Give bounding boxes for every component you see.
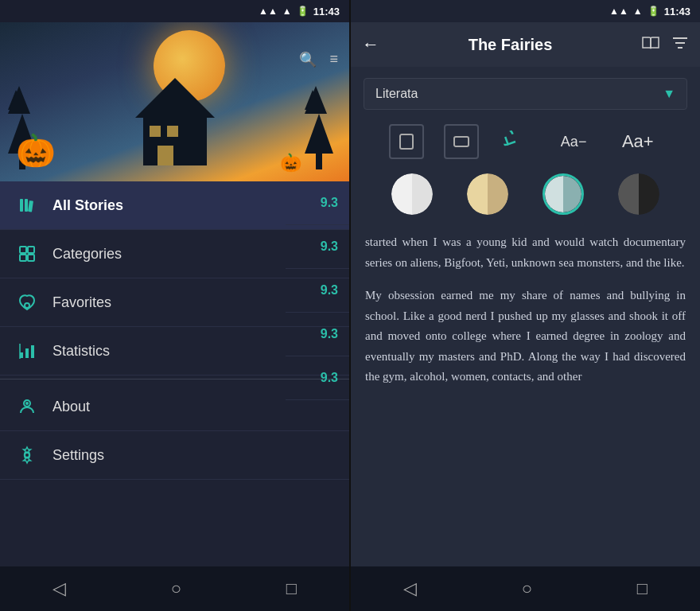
theme-dark-button[interactable] [618, 173, 659, 215]
svg-rect-18 [400, 134, 413, 149]
right-wifi-icon: ▲ [633, 6, 643, 17]
svg-rect-0 [20, 199, 23, 212]
menu-icon[interactable]: ≡ [329, 51, 338, 68]
portrait-mode-button[interactable] [389, 124, 424, 159]
theme-sepia-button[interactable] [467, 173, 508, 215]
header-image: 🎃 🎃 🔍 ≡ [0, 22, 349, 181]
svg-rect-2 [28, 200, 33, 212]
scores-list: 9.3 9.3 9.3 9.3 9.3 [286, 181, 349, 400]
svg-rect-19 [454, 137, 469, 146]
svg-rect-5 [20, 255, 26, 261]
statistics-icon [16, 340, 38, 362]
svg-rect-9 [25, 348, 29, 358]
right-signal-icon: ▲▲ [609, 6, 628, 17]
battery-icon: 🔋 [297, 6, 309, 17]
search-icon[interactable]: 🔍 [299, 51, 317, 68]
font-name-label: Literata [375, 87, 418, 101]
right-back-button[interactable]: ◁ [379, 570, 441, 607]
header-actions [641, 35, 689, 55]
settings-label: Settings [52, 447, 104, 464]
right-recents-button[interactable]: □ [613, 570, 671, 607]
signal-icon: ▲▲ [259, 6, 278, 17]
right-status-bar: ▲▲ ▲ 🔋 11:43 [351, 0, 700, 22]
score-1: 9.3 [286, 181, 349, 225]
home-button[interactable]: ○ [147, 570, 205, 607]
text-paragraph-2: My obsession earned me my share of names… [365, 286, 686, 387]
favorites-label: Favorites [52, 294, 111, 311]
svg-rect-10 [31, 345, 34, 358]
right-header: ← The Fairies [351, 22, 700, 67]
all-stories-label: All Stories [52, 197, 123, 214]
recents-button[interactable]: □ [262, 570, 321, 607]
left-bottom-nav: ◁ ○ □ [0, 566, 349, 611]
filter-icon[interactable] [671, 35, 689, 55]
favorites-icon [16, 291, 38, 313]
reading-options: Aa− Aa+ [364, 116, 687, 167]
about-label: About [52, 399, 90, 415]
book-open-icon[interactable] [641, 35, 660, 55]
score-3: 9.3 [286, 269, 349, 313]
book-title: The Fairies [389, 36, 632, 54]
svg-point-7 [25, 303, 29, 308]
svg-rect-3 [20, 247, 26, 253]
font-decrease-button[interactable]: Aa− [553, 129, 595, 155]
wifi-icon: ▲ [282, 6, 292, 17]
about-icon [16, 395, 38, 418]
left-panel: ▲▲ ▲ 🔋 11:43 [0, 0, 349, 611]
rotate-icon[interactable] [493, 119, 538, 164]
back-button[interactable]: ◁ [29, 570, 90, 607]
svg-rect-4 [28, 247, 34, 253]
font-selector[interactable]: Literata ▼ [364, 78, 687, 110]
back-arrow-button[interactable]: ← [362, 34, 379, 55]
categories-icon [16, 243, 38, 265]
score-5: 9.3 [286, 356, 349, 400]
right-battery-icon: 🔋 [648, 6, 659, 17]
pumpkin2-decoration: 🎃 [280, 153, 301, 173]
left-status-bar: ▲▲ ▲ 🔋 11:43 [0, 0, 349, 22]
settings-icon [16, 444, 38, 466]
statistics-label: Statistics [52, 343, 110, 360]
text-paragraph-1: started when I was a young kid and would… [365, 232, 686, 273]
all-stories-icon [16, 194, 38, 216]
theme-light-button[interactable] [391, 173, 433, 215]
pumpkin-decoration: 🎃 [16, 132, 56, 169]
score-4: 9.3 [286, 313, 349, 356]
landscape-mode-button[interactable] [444, 124, 479, 159]
font-increase-button[interactable]: Aa+ [614, 126, 662, 157]
header-toolbar: 🔍 ≡ [288, 45, 349, 75]
right-home-button[interactable]: ○ [498, 570, 556, 607]
right-bottom-nav: ◁ ○ □ [351, 566, 700, 611]
svg-point-13 [25, 402, 29, 405]
score-2: 9.3 [286, 225, 349, 269]
sidebar-item-settings[interactable]: Settings [0, 431, 349, 480]
theme-teal-button[interactable] [542, 173, 584, 215]
right-panel: ▲▲ ▲ 🔋 11:43 ← The Fairies [351, 0, 700, 611]
reading-content: started when I was a young kid and would… [351, 226, 700, 566]
right-time: 11:43 [664, 6, 690, 18]
house-decoration [135, 78, 215, 165]
svg-rect-6 [28, 255, 34, 261]
font-arrow-icon: ▼ [663, 87, 675, 101]
categories-label: Categories [52, 246, 122, 263]
svg-rect-1 [25, 199, 28, 212]
theme-selector [351, 167, 700, 226]
tree-right [305, 106, 333, 169]
left-time: 11:43 [313, 6, 340, 18]
